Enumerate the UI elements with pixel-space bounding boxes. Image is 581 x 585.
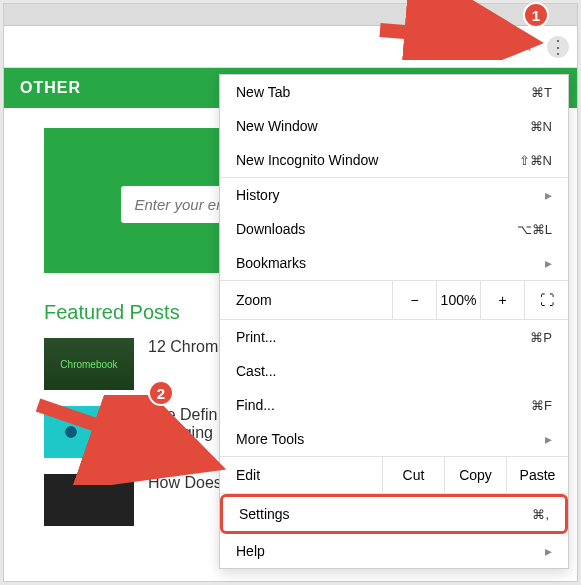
annotation-badge-2: 2: [148, 380, 174, 406]
menu-label: Cast...: [236, 363, 276, 379]
menu-more-tools[interactable]: More Tools▸: [220, 422, 568, 456]
menu-label: Edit: [236, 467, 382, 483]
menu-cast[interactable]: Cast...: [220, 354, 568, 388]
menu-new-window[interactable]: New Window⌘N: [220, 109, 568, 143]
edit-paste[interactable]: Paste: [506, 457, 568, 493]
fullscreen-icon[interactable]: ⛶: [524, 281, 568, 319]
window-chrome-top: [4, 4, 577, 26]
menu-label: Zoom: [236, 292, 392, 308]
edit-copy[interactable]: Copy: [444, 457, 506, 493]
menu-new-incognito[interactable]: New Incognito Window⇧⌘N: [220, 143, 568, 177]
menu-label: More Tools: [236, 431, 304, 447]
menu-label: Downloads: [236, 221, 305, 237]
menu-history[interactable]: History▸: [220, 178, 568, 212]
menu-label: New Incognito Window: [236, 152, 378, 168]
post-thumbnail: [44, 474, 134, 526]
shortcut: ⌥⌘L: [517, 222, 552, 237]
chrome-menu-button[interactable]: ⋮: [547, 36, 569, 58]
menu-new-tab[interactable]: New Tab⌘T: [220, 75, 568, 109]
menu-bookmarks[interactable]: Bookmarks▸: [220, 246, 568, 280]
chrome-menu: New Tab⌘T New Window⌘N New Incognito Win…: [219, 74, 569, 569]
menu-label: Help: [236, 543, 265, 559]
zoom-level: 100%: [436, 281, 480, 319]
menu-find[interactable]: Find...⌘F: [220, 388, 568, 422]
menu-print[interactable]: Print...⌘P: [220, 320, 568, 354]
menu-label: Print...: [236, 329, 276, 345]
post-title: The Defin Charging: [148, 406, 217, 442]
menu-label: History: [236, 187, 280, 203]
extension-icon-blue[interactable]: ✎: [515, 37, 535, 57]
edit-cut[interactable]: Cut: [382, 457, 444, 493]
nav-item-other[interactable]: OTHER: [20, 79, 81, 97]
bookmark-star-icon[interactable]: ☆: [421, 36, 437, 58]
zoom-in-button[interactable]: +: [480, 281, 524, 319]
shortcut: ⌘N: [530, 119, 552, 134]
chevron-right-icon: ▸: [545, 431, 552, 447]
menu-label: Settings: [239, 506, 290, 522]
chevron-right-icon: ▸: [545, 255, 552, 271]
annotation-badge-1: 1: [523, 2, 549, 28]
shortcut: ⌘P: [530, 330, 552, 345]
post-title: 12 Chrom: [148, 338, 218, 356]
zoom-out-button[interactable]: −: [392, 281, 436, 319]
menu-zoom-row: Zoom − 100% + ⛶: [220, 281, 568, 319]
shortcut: ⌘,: [532, 507, 549, 522]
menu-label: Find...: [236, 397, 275, 413]
extensions-puzzle-icon[interactable]: ✦: [483, 37, 503, 57]
chevron-right-icon: ▸: [545, 543, 552, 559]
menu-settings[interactable]: Settings ⌘,: [220, 494, 568, 534]
post-thumbnail: [44, 406, 134, 458]
menu-label: New Tab: [236, 84, 290, 100]
chevron-right-icon: ▸: [545, 187, 552, 203]
menu-downloads[interactable]: Downloads⌥⌘L: [220, 212, 568, 246]
menu-help[interactable]: Help▸: [220, 534, 568, 568]
browser-toolbar: ☆ ⋯ ✦ ✎ ⋮: [4, 26, 577, 68]
menu-label: New Window: [236, 118, 318, 134]
extension-icon-red[interactable]: ⋯: [449, 36, 471, 58]
shortcut: ⇧⌘N: [519, 153, 552, 168]
shortcut: ⌘T: [531, 85, 552, 100]
post-thumbnail: [44, 338, 134, 390]
shortcut: ⌘F: [531, 398, 552, 413]
menu-label: Bookmarks: [236, 255, 306, 271]
menu-edit-row: Edit Cut Copy Paste: [220, 457, 568, 493]
